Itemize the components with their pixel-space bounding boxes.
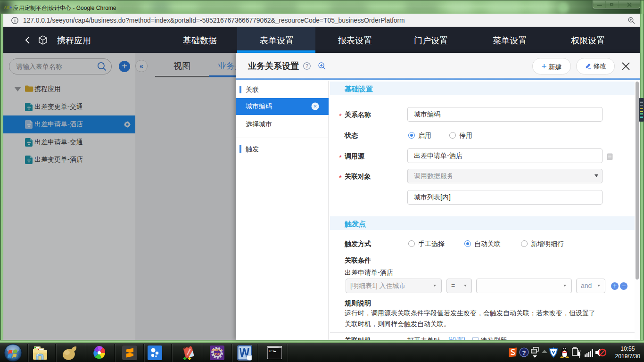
svg-text:?: ?: [305, 64, 308, 69]
svg-text:?: ?: [522, 349, 526, 356]
svg-text:IDE: IDE: [215, 353, 220, 356]
svg-text:Java EE: Java EE: [211, 348, 223, 352]
